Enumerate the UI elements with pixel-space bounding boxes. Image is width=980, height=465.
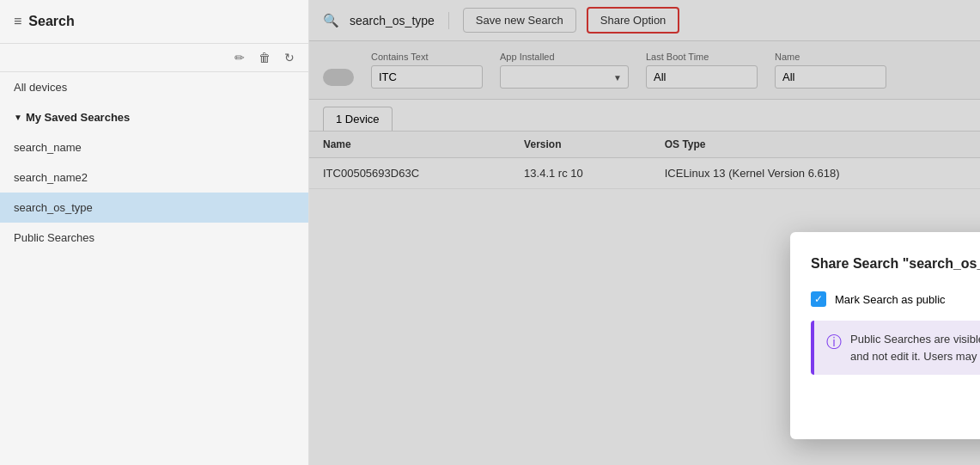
search-name2-label: search_name2	[14, 171, 88, 184]
search-name-label: search_name	[14, 141, 82, 154]
main-content: 🔍 search_os_type Save new Search Share O…	[309, 0, 980, 465]
my-saved-searches-label: My Saved Searches	[26, 111, 130, 124]
modal-body: ✓ Mark Search as public ⓘ Public Searche…	[811, 291, 980, 375]
sidebar-title: Search	[28, 14, 74, 29]
sidebar-item-public-searches[interactable]: Public Searches	[0, 223, 308, 253]
modal-title: Share Search "search_os_type"	[811, 256, 980, 272]
public-searches-label: Public Searches	[14, 231, 94, 244]
delete-icon[interactable]: 🗑	[255, 47, 274, 68]
sidebar-header: ≡ Search	[0, 0, 308, 44]
sidebar-actions: ✏ 🗑 ↻	[0, 44, 308, 72]
all-devices-label: All devices	[14, 81, 67, 94]
sidebar-item-search-os-type[interactable]: search_os_type	[0, 193, 308, 223]
sidebar-item-search-name[interactable]: search_name	[0, 132, 308, 162]
share-search-modal: Share Search "search_os_type" × ✓ Mark S…	[790, 232, 980, 439]
app-container: ≡ Search ✏ 🗑 ↻ All devices ▼ My Saved Se…	[0, 0, 980, 465]
modal-footer: ✕ Close 💾 Save	[811, 392, 980, 419]
check-icon: ✓	[814, 293, 823, 305]
info-circle-icon: ⓘ	[826, 332, 842, 352]
info-banner: ⓘ Public Searches are visible to every u…	[811, 321, 980, 375]
search-os-type-label: search_os_type	[14, 201, 93, 214]
saved-searches-header[interactable]: ▼ My Saved Searches	[0, 102, 308, 132]
sidebar-item-all-devices[interactable]: All devices	[0, 72, 308, 102]
sidebar: ≡ Search ✏ 🗑 ↻ All devices ▼ My Saved Se…	[0, 0, 309, 465]
info-text: Public Searches are visible to every use…	[850, 331, 980, 364]
chevron-down-icon: ▼	[14, 113, 22, 122]
edit-icon[interactable]: ✏	[231, 47, 248, 68]
mark-public-checkbox[interactable]: ✓	[811, 291, 826, 307]
modal-header: Share Search "search_os_type" ×	[811, 253, 980, 274]
hamburger-icon[interactable]: ≡	[14, 14, 21, 29]
checkbox-row: ✓ Mark Search as public	[811, 291, 980, 307]
refresh-icon[interactable]: ↻	[281, 47, 298, 68]
sidebar-item-search-name2[interactable]: search_name2	[0, 162, 308, 193]
mark-public-label: Mark Search as public	[835, 293, 946, 306]
